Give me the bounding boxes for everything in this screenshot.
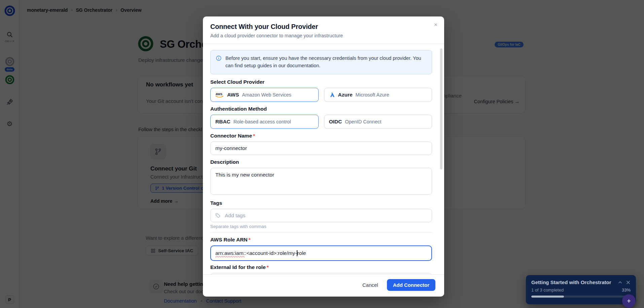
provider-card-aws[interactable]: aws AWS Amazon Web Services: [210, 88, 319, 102]
toast-progress-text: 1 of 3 completed: [531, 287, 622, 293]
provider-card-azure[interactable]: Azure Microsoft Azure: [324, 88, 432, 102]
auth-card-rbac[interactable]: RBAC Role-based access control: [210, 115, 319, 129]
plus-icon: +: [627, 298, 631, 305]
banner-text: Before you start, ensure you have the ne…: [225, 55, 427, 70]
connector-name-label: Connector Name*: [210, 133, 432, 139]
info-icon: [216, 55, 222, 70]
section-divider: [210, 232, 432, 233]
cancel-button[interactable]: Cancel: [362, 282, 378, 288]
connector-name-input[interactable]: [210, 142, 432, 155]
connect-cloud-provider-modal: Connect With your Cloud Provider Add a c…: [203, 16, 444, 297]
modal-body: Before you start, ensure you have the ne…: [203, 44, 444, 274]
getting-started-toast: Getting Started with Orchestrator 1 of 3…: [526, 275, 636, 304]
auth-label: Authentication Method: [210, 106, 432, 112]
modal-scrollbar-thumb[interactable]: [440, 48, 442, 169]
tags-helper: Separate tags with commas: [210, 224, 432, 229]
add-connector-button[interactable]: Add Connector: [387, 279, 435, 291]
svg-text:aws: aws: [216, 92, 222, 96]
aws-role-arn-input[interactable]: arn:aws:iam::<account-id>:role/my-role: [210, 245, 432, 261]
arn-label: AWS Role ARN*: [210, 237, 432, 243]
toast-title: Getting Started with Orchestrator: [531, 279, 614, 285]
chat-launcher-button[interactable]: +: [622, 294, 636, 308]
info-banner: Before you start, ensure you have the ne…: [210, 50, 432, 74]
toast-percent: 33%: [622, 287, 631, 293]
modal-title: Connect With your Cloud Provider: [210, 23, 436, 31]
description-textarea[interactable]: This is my new connector: [210, 168, 432, 195]
app-root: Ctrl + K Beta ⚙ P monetary-emerald › SG …: [0, 0, 644, 308]
tags-input[interactable]: [210, 209, 432, 222]
chevron-up-icon[interactable]: [618, 280, 622, 285]
provider-label: Select Cloud Provider: [210, 79, 432, 85]
toast-progress-bar: [531, 296, 631, 298]
external-id-label: External Id for the role*: [210, 264, 432, 270]
close-icon[interactable]: [626, 280, 631, 285]
external-id-input[interactable]: [210, 273, 432, 274]
tag-icon: [215, 213, 221, 218]
modal-subtitle: Add a cloud provider connector to manage…: [210, 33, 436, 38]
tags-label: Tags: [210, 200, 432, 206]
auth-card-oidc[interactable]: OIDC OpenID Connect: [324, 115, 432, 129]
description-label: Description: [210, 159, 432, 165]
close-icon[interactable]: ×: [434, 22, 437, 28]
aws-logo-icon: aws: [215, 91, 224, 98]
azure-logo-icon: [329, 92, 335, 98]
